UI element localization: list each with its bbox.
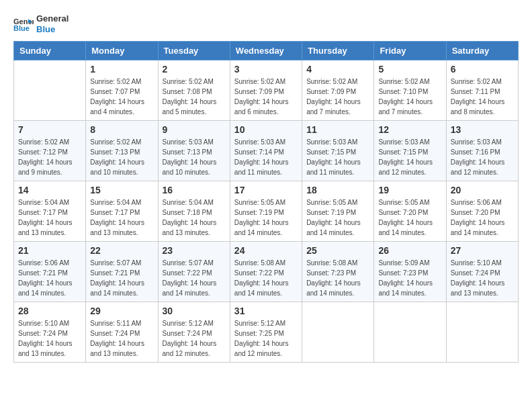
calendar-cell: 7 Sunrise: 5:02 AMSunset: 7:12 PMDayligh… bbox=[14, 121, 86, 181]
calendar-week-3: 14 Sunrise: 5:04 AMSunset: 7:17 PMDaylig… bbox=[14, 181, 519, 242]
calendar-cell: 23 Sunrise: 5:07 AMSunset: 7:22 PMDaylig… bbox=[158, 242, 230, 302]
calendar-cell: 11 Sunrise: 5:03 AMSunset: 7:15 PMDaylig… bbox=[302, 121, 374, 181]
day-number: 22 bbox=[90, 245, 153, 256]
day-number: 13 bbox=[451, 124, 514, 135]
day-info: Sunrise: 5:12 AMSunset: 7:25 PMDaylight:… bbox=[234, 318, 298, 359]
day-number: 12 bbox=[378, 124, 441, 135]
calendar-cell: 3 Sunrise: 5:02 AMSunset: 7:09 PMDayligh… bbox=[230, 60, 302, 121]
day-number: 15 bbox=[90, 185, 153, 195]
day-info: Sunrise: 5:02 AMSunset: 7:12 PMDaylight:… bbox=[18, 137, 81, 177]
day-info: Sunrise: 5:12 AMSunset: 7:24 PMDaylight:… bbox=[163, 318, 226, 359]
day-number: 31 bbox=[234, 306, 298, 316]
calendar-header-row: SundayMondayTuesdayWednesdayThursdayFrid… bbox=[14, 42, 519, 60]
day-number: 20 bbox=[451, 185, 514, 195]
day-info: Sunrise: 5:02 AMSunset: 7:09 PMDaylight:… bbox=[306, 77, 369, 117]
calendar-cell: 2 Sunrise: 5:02 AMSunset: 7:08 PMDayligh… bbox=[158, 60, 230, 121]
day-info: Sunrise: 5:04 AMSunset: 7:17 PMDaylight:… bbox=[18, 197, 81, 238]
day-number: 16 bbox=[163, 185, 226, 195]
day-info: Sunrise: 5:02 AMSunset: 7:09 PMDaylight:… bbox=[234, 77, 298, 117]
column-header-friday: Friday bbox=[374, 42, 446, 60]
calendar-cell: 31 Sunrise: 5:12 AMSunset: 7:25 PMDaylig… bbox=[230, 302, 302, 363]
day-number: 18 bbox=[306, 185, 369, 195]
day-number: 5 bbox=[378, 64, 441, 75]
calendar-cell: 6 Sunrise: 5:02 AMSunset: 7:11 PMDayligh… bbox=[446, 60, 518, 121]
day-info: Sunrise: 5:07 AMSunset: 7:21 PMDaylight:… bbox=[90, 258, 153, 298]
calendar-cell: 22 Sunrise: 5:07 AMSunset: 7:21 PMDaylig… bbox=[86, 242, 158, 302]
day-info: Sunrise: 5:08 AMSunset: 7:22 PMDaylight:… bbox=[234, 258, 298, 298]
calendar-cell: 26 Sunrise: 5:09 AMSunset: 7:23 PMDaylig… bbox=[374, 242, 446, 302]
calendar-cell: 17 Sunrise: 5:05 AMSunset: 7:19 PMDaylig… bbox=[230, 181, 302, 242]
svg-text:Blue: Blue bbox=[13, 24, 30, 32]
day-number: 23 bbox=[163, 245, 226, 256]
calendar-cell: 14 Sunrise: 5:04 AMSunset: 7:17 PMDaylig… bbox=[14, 181, 86, 242]
day-info: Sunrise: 5:06 AMSunset: 7:20 PMDaylight:… bbox=[451, 197, 514, 238]
day-number: 24 bbox=[234, 245, 298, 256]
day-number: 25 bbox=[306, 245, 369, 256]
day-info: Sunrise: 5:03 AMSunset: 7:15 PMDaylight:… bbox=[378, 137, 441, 177]
column-header-saturday: Saturday bbox=[446, 42, 518, 60]
column-header-sunday: Sunday bbox=[14, 42, 86, 60]
day-info: Sunrise: 5:03 AMSunset: 7:15 PMDaylight:… bbox=[306, 137, 369, 177]
day-info: Sunrise: 5:06 AMSunset: 7:21 PMDaylight:… bbox=[18, 258, 81, 298]
logo-general: General bbox=[36, 13, 69, 24]
day-number: 11 bbox=[306, 124, 369, 135]
calendar-cell: 30 Sunrise: 5:12 AMSunset: 7:24 PMDaylig… bbox=[158, 302, 230, 363]
day-info: Sunrise: 5:03 AMSunset: 7:13 PMDaylight:… bbox=[163, 137, 226, 177]
day-number: 19 bbox=[378, 185, 441, 195]
calendar-week-2: 7 Sunrise: 5:02 AMSunset: 7:12 PMDayligh… bbox=[14, 121, 519, 181]
calendar-cell: 18 Sunrise: 5:05 AMSunset: 7:19 PMDaylig… bbox=[302, 181, 374, 242]
day-number: 27 bbox=[451, 245, 514, 256]
calendar-cell: 13 Sunrise: 5:03 AMSunset: 7:16 PMDaylig… bbox=[446, 121, 518, 181]
day-info: Sunrise: 5:02 AMSunset: 7:10 PMDaylight:… bbox=[378, 77, 441, 117]
day-number: 10 bbox=[234, 124, 298, 135]
day-number: 3 bbox=[234, 64, 298, 75]
column-header-thursday: Thursday bbox=[302, 42, 374, 60]
day-info: Sunrise: 5:03 AMSunset: 7:14 PMDaylight:… bbox=[234, 137, 298, 177]
day-info: Sunrise: 5:05 AMSunset: 7:19 PMDaylight:… bbox=[306, 197, 369, 238]
day-info: Sunrise: 5:02 AMSunset: 7:08 PMDaylight:… bbox=[163, 77, 226, 117]
day-number: 2 bbox=[163, 64, 226, 75]
calendar-cell: 10 Sunrise: 5:03 AMSunset: 7:14 PMDaylig… bbox=[230, 121, 302, 181]
day-info: Sunrise: 5:02 AMSunset: 7:07 PMDaylight:… bbox=[90, 77, 153, 117]
day-number: 8 bbox=[90, 124, 153, 135]
day-number: 9 bbox=[163, 124, 226, 135]
calendar-week-4: 21 Sunrise: 5:06 AMSunset: 7:21 PMDaylig… bbox=[14, 242, 519, 302]
calendar-week-5: 28 Sunrise: 5:10 AMSunset: 7:24 PMDaylig… bbox=[14, 302, 519, 363]
column-header-tuesday: Tuesday bbox=[158, 42, 230, 60]
calendar-cell: 21 Sunrise: 5:06 AMSunset: 7:21 PMDaylig… bbox=[14, 242, 86, 302]
calendar-cell: 15 Sunrise: 5:04 AMSunset: 7:17 PMDaylig… bbox=[86, 181, 158, 242]
day-number: 14 bbox=[18, 185, 81, 195]
day-info: Sunrise: 5:05 AMSunset: 7:20 PMDaylight:… bbox=[378, 197, 441, 238]
column-header-monday: Monday bbox=[86, 42, 158, 60]
day-number: 7 bbox=[18, 124, 81, 135]
day-info: Sunrise: 5:04 AMSunset: 7:18 PMDaylight:… bbox=[163, 197, 226, 238]
calendar-cell: 25 Sunrise: 5:08 AMSunset: 7:23 PMDaylig… bbox=[302, 242, 374, 302]
calendar-cell: 9 Sunrise: 5:03 AMSunset: 7:13 PMDayligh… bbox=[158, 121, 230, 181]
day-number: 28 bbox=[18, 306, 81, 316]
calendar-cell: 28 Sunrise: 5:10 AMSunset: 7:24 PMDaylig… bbox=[14, 302, 86, 363]
calendar-cell bbox=[14, 60, 86, 121]
calendar-cell: 24 Sunrise: 5:08 AMSunset: 7:22 PMDaylig… bbox=[230, 242, 302, 302]
calendar-cell: 27 Sunrise: 5:10 AMSunset: 7:24 PMDaylig… bbox=[446, 242, 518, 302]
calendar-cell: 19 Sunrise: 5:05 AMSunset: 7:20 PMDaylig… bbox=[374, 181, 446, 242]
day-number: 26 bbox=[378, 245, 441, 256]
calendar-cell: 12 Sunrise: 5:03 AMSunset: 7:15 PMDaylig… bbox=[374, 121, 446, 181]
day-info: Sunrise: 5:05 AMSunset: 7:19 PMDaylight:… bbox=[234, 197, 298, 238]
day-number: 21 bbox=[18, 245, 81, 256]
calendar-cell bbox=[302, 302, 374, 363]
day-number: 1 bbox=[90, 64, 153, 75]
day-info: Sunrise: 5:09 AMSunset: 7:23 PMDaylight:… bbox=[378, 258, 441, 298]
calendar-week-1: 1 Sunrise: 5:02 AMSunset: 7:07 PMDayligh… bbox=[14, 60, 519, 121]
day-number: 17 bbox=[234, 185, 298, 195]
calendar-cell: 4 Sunrise: 5:02 AMSunset: 7:09 PMDayligh… bbox=[302, 60, 374, 121]
day-number: 29 bbox=[90, 306, 153, 316]
day-info: Sunrise: 5:02 AMSunset: 7:13 PMDaylight:… bbox=[90, 137, 153, 177]
calendar-cell: 20 Sunrise: 5:06 AMSunset: 7:20 PMDaylig… bbox=[446, 181, 518, 242]
logo: General Blue General Blue bbox=[13, 13, 69, 34]
day-info: Sunrise: 5:10 AMSunset: 7:24 PMDaylight:… bbox=[18, 318, 81, 359]
day-number: 6 bbox=[451, 64, 514, 75]
day-info: Sunrise: 5:07 AMSunset: 7:22 PMDaylight:… bbox=[163, 258, 226, 298]
day-number: 30 bbox=[163, 306, 226, 316]
logo-icon: General Blue bbox=[13, 16, 34, 32]
calendar-cell bbox=[446, 302, 518, 363]
